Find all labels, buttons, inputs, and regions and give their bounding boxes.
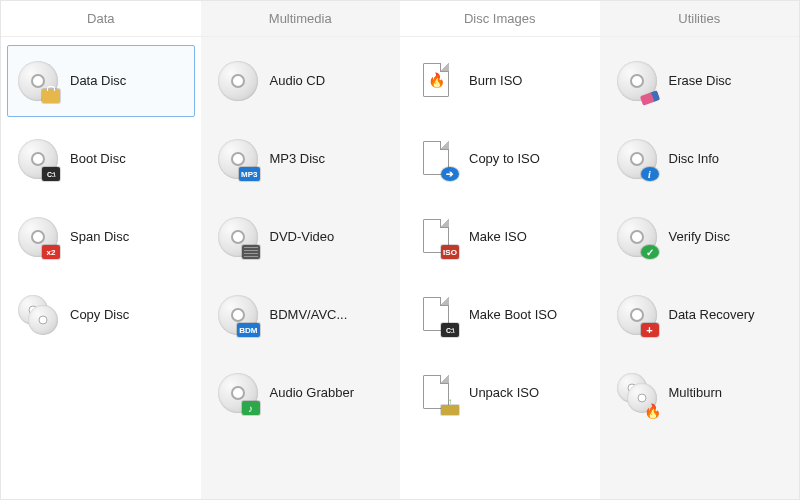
item-burn-iso[interactable]: Burn ISO — [406, 45, 594, 117]
item-label: Burn ISO — [469, 73, 522, 89]
column-items: Audio CD MP3 MP3 Disc DVD-Video BDM BDMV… — [201, 37, 401, 499]
item-label: Copy Disc — [70, 307, 129, 323]
column-header: Disc Images — [400, 1, 600, 37]
disc-double-icon — [18, 295, 58, 335]
item-label: DVD-Video — [270, 229, 335, 245]
column-utilities: Utilities Erase Disc Disc Info Verify Di… — [600, 1, 800, 499]
item-unpack-iso[interactable]: Unpack ISO — [406, 357, 594, 429]
item-dvd-video[interactable]: DVD-Video — [207, 201, 395, 273]
disc-eraser-icon — [617, 61, 657, 101]
column-multimedia: Multimedia Audio CD MP3 MP3 Disc DVD-Vid… — [201, 1, 401, 499]
item-data-disc[interactable]: Data Disc — [7, 45, 195, 117]
disc-prompt-icon — [18, 139, 58, 179]
item-label: MP3 Disc — [270, 151, 326, 167]
item-label: Make ISO — [469, 229, 527, 245]
item-label: Multiburn — [669, 385, 722, 401]
disc-icon — [218, 61, 258, 101]
item-label: Unpack ISO — [469, 385, 539, 401]
column-header: Data — [1, 1, 201, 37]
column-items: Data Disc Boot Disc x2 Span Disc Copy Di… — [1, 37, 201, 499]
item-label: BDMV/AVC... — [270, 307, 348, 323]
item-data-recovery[interactable]: Data Recovery — [606, 279, 794, 351]
disc-bdm-icon: BDM — [218, 295, 258, 335]
item-copy-to-iso[interactable]: Copy to ISO — [406, 123, 594, 195]
column-disc-images: Disc Images Burn ISO Copy to ISO ISO Mak… — [400, 1, 600, 499]
page-unpack-icon — [417, 373, 457, 413]
item-label: Copy to ISO — [469, 151, 540, 167]
column-items: Erase Disc Disc Info Verify Disc Data Re… — [600, 37, 800, 499]
item-audio-grabber[interactable]: Audio Grabber — [207, 357, 395, 429]
item-mp3-disc[interactable]: MP3 MP3 Disc — [207, 123, 395, 195]
column-header: Multimedia — [201, 1, 401, 37]
item-label: Audio Grabber — [270, 385, 355, 401]
item-erase-disc[interactable]: Erase Disc — [606, 45, 794, 117]
item-bdmv-avc[interactable]: BDM BDMV/AVC... — [207, 279, 395, 351]
column-header: Utilities — [600, 1, 800, 37]
page-flame-icon — [417, 61, 457, 101]
disc-med-icon — [617, 295, 657, 335]
item-disc-info[interactable]: Disc Info — [606, 123, 794, 195]
item-label: Verify Disc — [669, 229, 730, 245]
item-label: Make Boot ISO — [469, 307, 557, 323]
category-grid: Data Data Disc Boot Disc x2 Span Disc Co… — [0, 0, 800, 500]
item-verify-disc[interactable]: Verify Disc — [606, 201, 794, 273]
page-arrow-icon — [417, 139, 457, 179]
item-make-boot-iso[interactable]: Make Boot ISO — [406, 279, 594, 351]
item-label: Audio CD — [270, 73, 326, 89]
disc-film-icon — [218, 217, 258, 257]
item-multiburn[interactable]: Multiburn — [606, 357, 794, 429]
disc-double-flame-icon — [617, 373, 657, 413]
item-copy-disc[interactable]: Copy Disc — [7, 279, 195, 351]
item-label: Span Disc — [70, 229, 129, 245]
item-label: Erase Disc — [669, 73, 732, 89]
column-items: Burn ISO Copy to ISO ISO Make ISO Make B… — [400, 37, 600, 499]
item-make-iso[interactable]: ISO Make ISO — [406, 201, 594, 273]
disc-x2-icon: x2 — [18, 217, 58, 257]
item-label: Disc Info — [669, 151, 720, 167]
item-audio-cd[interactable]: Audio CD — [207, 45, 395, 117]
page-iso-icon: ISO — [417, 217, 457, 257]
item-label: Boot Disc — [70, 151, 126, 167]
disc-check-icon — [617, 217, 657, 257]
item-label: Data Disc — [70, 73, 126, 89]
disc-info-icon — [617, 139, 657, 179]
item-boot-disc[interactable]: Boot Disc — [7, 123, 195, 195]
column-data: Data Data Disc Boot Disc x2 Span Disc Co… — [1, 1, 201, 499]
disc-lock-icon — [18, 61, 58, 101]
item-label: Data Recovery — [669, 307, 755, 323]
item-span-disc[interactable]: x2 Span Disc — [7, 201, 195, 273]
page-prompt-icon — [417, 295, 457, 335]
disc-note-icon — [218, 373, 258, 413]
disc-mp3-icon: MP3 — [218, 139, 258, 179]
